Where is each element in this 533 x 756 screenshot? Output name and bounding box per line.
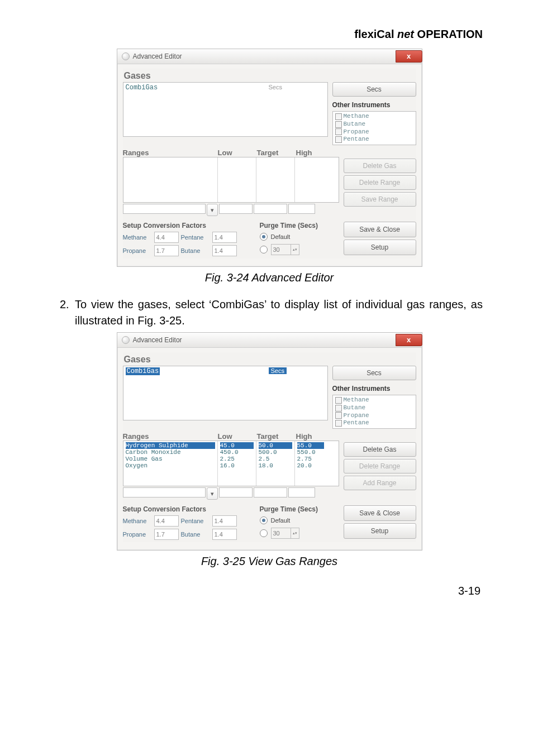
checkbox[interactable] bbox=[335, 412, 342, 419]
checkbox[interactable] bbox=[335, 113, 342, 120]
checkbox[interactable] bbox=[335, 136, 342, 143]
checkbox[interactable] bbox=[335, 128, 342, 135]
checkbox[interactable] bbox=[335, 121, 342, 128]
target-header: Target bbox=[257, 432, 296, 441]
window-icon bbox=[122, 336, 130, 344]
ranges-table[interactable] bbox=[123, 157, 339, 203]
fig-3-24-caption: Fig. 3-24 Advanced Editor bbox=[56, 271, 483, 284]
dropdown-icon[interactable]: ▾ bbox=[207, 487, 218, 500]
table-cell[interactable]: Carbon Monoxide bbox=[126, 449, 215, 456]
low-input[interactable] bbox=[219, 204, 253, 214]
table-cell[interactable]: 2.5 bbox=[259, 456, 292, 462]
setup-button[interactable]: Setup bbox=[344, 523, 416, 539]
gases-listbox[interactable]: CombiGas Secs bbox=[123, 82, 328, 137]
table-cell[interactable]: 45.0 bbox=[220, 442, 254, 449]
list-item[interactable]: Butane bbox=[344, 404, 366, 412]
range-name-input[interactable] bbox=[123, 204, 206, 214]
table-cell[interactable]: 50.0 bbox=[259, 442, 292, 449]
scf-input[interactable] bbox=[212, 515, 237, 527]
gases-label: Gases bbox=[123, 352, 416, 366]
list-item[interactable]: Methane bbox=[344, 113, 369, 121]
secs-button[interactable]: Secs bbox=[332, 366, 416, 380]
list-item[interactable]: Propane bbox=[344, 128, 369, 136]
delete-range-button[interactable]: Delete Range bbox=[344, 459, 416, 473]
list-item-selected[interactable]: CombiGas bbox=[126, 367, 160, 375]
list-item[interactable]: Pentane bbox=[344, 136, 369, 143]
scf-name: Methane bbox=[123, 234, 152, 241]
table-cell[interactable]: 2.75 bbox=[297, 456, 324, 462]
table-cell[interactable]: Oxygen bbox=[126, 462, 215, 469]
purge-default-label: Default bbox=[271, 233, 291, 240]
list-item[interactable]: CombiGas bbox=[126, 84, 158, 92]
ranges-table[interactable]: Hydrogen SulphideCarbon MonoxideVolume G… bbox=[123, 441, 339, 486]
other-instruments-list[interactable]: Methane Butane Propane Pentane bbox=[332, 395, 416, 429]
table-cell[interactable]: 500.0 bbox=[259, 449, 292, 456]
delete-gas-button[interactable]: Delete Gas bbox=[344, 442, 416, 457]
scf-label: Setup Conversion Factors bbox=[123, 505, 254, 513]
low-input[interactable] bbox=[219, 487, 253, 497]
table-cell[interactable]: 55.0 bbox=[297, 442, 324, 449]
checkbox[interactable] bbox=[335, 420, 342, 427]
list-item[interactable]: Methane bbox=[344, 396, 369, 404]
ranges-label: Ranges bbox=[123, 149, 218, 157]
purge-secs-spinner[interactable]: 30 ▴▾ bbox=[271, 244, 299, 255]
scf-input[interactable] bbox=[154, 232, 179, 243]
list-item[interactable]: Butane bbox=[344, 121, 366, 128]
scf-input[interactable] bbox=[212, 245, 237, 256]
spinner-arrows-icon[interactable]: ▴▾ bbox=[291, 528, 299, 538]
purge-default-radio[interactable] bbox=[260, 233, 268, 241]
table-cell[interactable]: 20.0 bbox=[297, 462, 324, 469]
secs-button[interactable]: Secs bbox=[332, 82, 416, 97]
table-cell[interactable]: 16.0 bbox=[220, 462, 254, 469]
scf-input[interactable] bbox=[154, 515, 179, 527]
save-range-button[interactable]: Save Range bbox=[344, 192, 416, 207]
scf-input[interactable] bbox=[154, 245, 179, 256]
ranges-label: Ranges bbox=[123, 432, 218, 441]
high-input[interactable] bbox=[288, 487, 315, 497]
purge-custom-radio[interactable] bbox=[260, 246, 268, 253]
table-cell[interactable]: Volume Gas bbox=[126, 456, 215, 462]
dropdown-icon[interactable]: ▾ bbox=[207, 204, 218, 216]
fig-3-25-screenshot: Advanced Editor x Gases CombiGas Secs Se… bbox=[117, 332, 422, 551]
target-input[interactable] bbox=[254, 487, 287, 497]
table-cell[interactable]: Hydrogen Sulphide bbox=[126, 442, 215, 449]
target-header: Target bbox=[257, 149, 296, 157]
checkbox[interactable] bbox=[335, 405, 342, 412]
page-header: flexiCal net OPERATION bbox=[56, 28, 483, 41]
gases-listbox[interactable]: CombiGas Secs bbox=[123, 366, 328, 420]
list-item[interactable]: Pentane bbox=[344, 419, 369, 427]
list-item[interactable]: Propane bbox=[344, 412, 369, 420]
other-instruments-list[interactable]: Methane Butane Propane Pentane bbox=[332, 111, 416, 145]
instruction-step-2: 2.To view the gases, select ‘CombiGas’ t… bbox=[56, 296, 483, 329]
purge-secs-spinner[interactable]: 30 ▴▾ bbox=[271, 528, 299, 539]
table-cell[interactable]: 2.25 bbox=[220, 456, 254, 462]
spinner-arrows-icon[interactable]: ▴▾ bbox=[291, 245, 299, 255]
window-titlebar: Advanced Editor x bbox=[117, 49, 422, 64]
secs-column-header: Secs bbox=[269, 367, 287, 374]
scf-name: Pentane bbox=[181, 518, 210, 524]
save-close-button[interactable]: Save & Close bbox=[344, 222, 416, 237]
high-input[interactable] bbox=[288, 204, 315, 214]
scf-input[interactable] bbox=[212, 529, 237, 540]
scf-name: Butane bbox=[181, 247, 210, 254]
gases-label: Gases bbox=[123, 69, 416, 82]
table-cell[interactable]: 18.0 bbox=[259, 462, 292, 469]
target-input[interactable] bbox=[254, 204, 287, 214]
range-name-input[interactable] bbox=[123, 487, 206, 497]
checkbox[interactable] bbox=[335, 397, 342, 404]
close-button[interactable]: x bbox=[396, 50, 422, 63]
scf-input[interactable] bbox=[212, 232, 237, 243]
purge-default-radio[interactable] bbox=[260, 516, 268, 524]
table-cell[interactable]: 550.0 bbox=[297, 449, 324, 456]
fig-3-25-caption: Fig. 3-25 View Gas Ranges bbox=[56, 555, 483, 568]
delete-range-button[interactable]: Delete Range bbox=[344, 175, 416, 190]
close-button[interactable]: x bbox=[396, 334, 422, 346]
delete-gas-button[interactable]: Delete Gas bbox=[344, 159, 416, 173]
table-cell[interactable]: 450.0 bbox=[220, 449, 254, 456]
add-range-button[interactable]: Add Range bbox=[344, 476, 416, 490]
purge-custom-radio[interactable] bbox=[260, 529, 268, 537]
high-header: High bbox=[296, 149, 324, 157]
setup-button[interactable]: Setup bbox=[344, 240, 416, 255]
save-close-button[interactable]: Save & Close bbox=[344, 505, 416, 521]
scf-input[interactable] bbox=[154, 529, 179, 540]
